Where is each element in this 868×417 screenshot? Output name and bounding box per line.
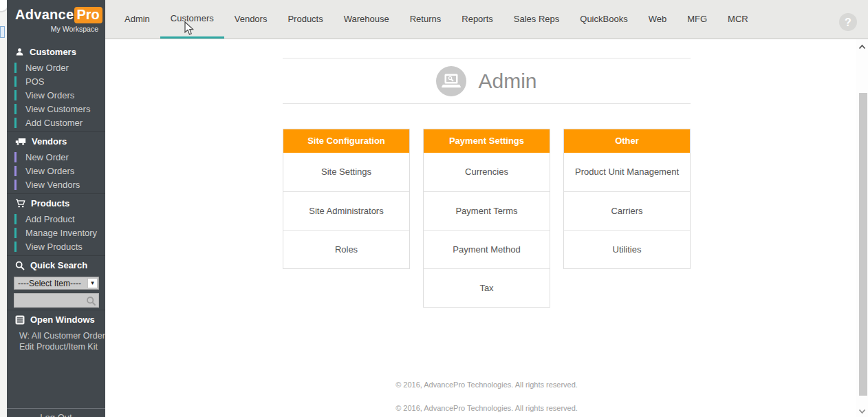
link-site-administrators[interactable]: Site Administrators bbox=[283, 191, 409, 230]
accent-bar bbox=[14, 118, 17, 128]
sidebar-item-manage-inventory[interactable]: Manage Inventory bbox=[7, 226, 105, 239]
scroll-up-icon[interactable] bbox=[858, 44, 866, 50]
logo-subtitle: My Workspace bbox=[15, 25, 98, 33]
scrollbar-thumb[interactable] bbox=[859, 93, 867, 396]
copyright-line: © 2016, AdvancePro Technologies. All rig… bbox=[283, 404, 691, 412]
card-payment-settings: Payment Settings Currencies Payment Term… bbox=[423, 129, 550, 308]
section-title: Open Windows bbox=[30, 314, 95, 325]
top-nav: Admin Customers Vendors Products Warehou… bbox=[105, 0, 868, 39]
tab-products[interactable]: Products bbox=[277, 0, 333, 39]
accent-bar bbox=[14, 90, 17, 100]
card-other: Other Product Unit Management Carriers U… bbox=[563, 129, 691, 269]
accent-bar bbox=[14, 76, 17, 87]
sidebar: Customers New Order POS View Orders View… bbox=[7, 39, 105, 417]
tab-quickbooks[interactable]: QuickBooks bbox=[569, 0, 638, 39]
link-carriers[interactable]: Carriers bbox=[564, 191, 690, 230]
tab-returns[interactable]: Returns bbox=[400, 0, 452, 39]
tab-vendors[interactable]: Vendors bbox=[224, 0, 278, 39]
sidebar-item-label: New Order bbox=[25, 152, 69, 162]
sidebar-item-label: View Products bbox=[25, 242, 83, 252]
sidebar-item-logout[interactable]: Log Out bbox=[7, 408, 105, 417]
sidebar-section-customers: Customers bbox=[7, 43, 105, 61]
link-currencies[interactable]: Currencies bbox=[424, 153, 550, 191]
link-utilities[interactable]: Utilities bbox=[564, 230, 690, 268]
search-icon bbox=[15, 261, 25, 270]
sidebar-item-vendor-view-orders[interactable]: View Orders bbox=[7, 164, 105, 178]
link-site-settings[interactable]: Site Settings bbox=[283, 153, 409, 191]
main-content: Admin Site Configuration Site Settings S… bbox=[105, 39, 868, 417]
accent-bar bbox=[14, 104, 17, 114]
app-logo[interactable]: Advance Pro My Workspace bbox=[7, 0, 105, 39]
sidebar-section-vendors: Vendors bbox=[7, 131, 105, 150]
link-roles[interactable]: Roles bbox=[283, 230, 409, 268]
user-icon bbox=[15, 47, 24, 56]
page-header: Admin bbox=[283, 58, 691, 104]
tab-reports[interactable]: Reports bbox=[451, 0, 503, 39]
accent-bar bbox=[14, 63, 17, 73]
sidebar-item-label: Add Product bbox=[25, 214, 75, 224]
link-payment-method[interactable]: Payment Method bbox=[424, 230, 550, 268]
accent-bar bbox=[14, 166, 17, 176]
logo-brand-text: Advance bbox=[15, 7, 74, 23]
section-title: Customers bbox=[30, 47, 76, 57]
quick-search-select[interactable]: ----Select Item---- ▾ bbox=[14, 277, 99, 290]
accent-bar bbox=[14, 152, 17, 162]
sidebar-item-label: POS bbox=[25, 76, 44, 87]
card-title: Payment Settings bbox=[424, 129, 550, 153]
section-title: Vendors bbox=[32, 136, 67, 147]
tab-web[interactable]: Web bbox=[638, 0, 677, 39]
sidebar-item-new-order[interactable]: New Order bbox=[7, 61, 105, 74]
search-icon[interactable] bbox=[86, 296, 96, 306]
tab-warehouse[interactable]: Warehouse bbox=[334, 0, 400, 39]
sidebar-item-label: View Customers bbox=[25, 104, 90, 114]
section-title: Quick Search bbox=[30, 260, 87, 270]
select-value: ----Select Item---- bbox=[14, 279, 87, 288]
scroll-down-icon[interactable] bbox=[858, 409, 866, 414]
top-header: Advance Pro My Workspace Admin Customers… bbox=[7, 0, 868, 39]
sidebar-item-add-customer[interactable]: Add Customer bbox=[7, 116, 105, 129]
accent-bar bbox=[14, 228, 17, 238]
chevron-down-icon: ▾ bbox=[87, 278, 98, 288]
tab-customers[interactable]: Customers bbox=[160, 0, 224, 39]
link-tax[interactable]: Tax bbox=[424, 268, 550, 307]
window-artifact-square bbox=[0, 26, 5, 38]
sidebar-item-add-product[interactable]: Add Product bbox=[7, 212, 105, 226]
open-window-item[interactable]: W: All Customer Orders bbox=[7, 331, 105, 342]
sidebar-item-pos[interactable]: POS bbox=[7, 74, 105, 88]
list-icon bbox=[15, 315, 25, 325]
sidebar-item-label: Add Customer bbox=[25, 118, 83, 128]
copyright-line: © 2016, AdvancePro Technologies. All rig… bbox=[283, 381, 691, 389]
help-icon[interactable]: ? bbox=[839, 13, 857, 31]
sidebar-item-view-customers[interactable]: View Customers bbox=[7, 102, 105, 116]
tab-admin[interactable]: Admin bbox=[114, 0, 160, 39]
card-site-configuration: Site Configuration Site Settings Site Ad… bbox=[283, 129, 410, 269]
logo-pro-badge: Pro bbox=[74, 7, 102, 23]
sidebar-item-view-orders[interactable]: View Orders bbox=[7, 88, 105, 102]
accent-bar bbox=[14, 242, 17, 252]
accent-bar bbox=[14, 214, 17, 224]
card-title: Site Configuration bbox=[283, 129, 409, 153]
admin-laptop-icon bbox=[436, 66, 466, 96]
sidebar-item-view-products[interactable]: View Products bbox=[7, 239, 105, 253]
sidebar-item-label: Manage Inventory bbox=[25, 228, 97, 238]
quick-search-field bbox=[14, 293, 99, 308]
sidebar-item-label: View Orders bbox=[25, 90, 74, 100]
sidebar-item-label: View Vendors bbox=[25, 180, 80, 190]
sidebar-section-quick-search: Quick Search bbox=[7, 255, 105, 274]
section-title: Products bbox=[31, 198, 69, 208]
open-window-item[interactable]: Edit Product/Item Kit bbox=[7, 342, 105, 353]
link-product-unit-management[interactable]: Product Unit Management bbox=[564, 153, 690, 191]
tab-mfg[interactable]: MFG bbox=[677, 0, 717, 39]
sidebar-item-label: View Orders bbox=[25, 166, 74, 176]
sidebar-item-vendor-new-order[interactable]: New Order bbox=[7, 150, 105, 164]
sidebar-item-view-vendors[interactable]: View Vendors bbox=[7, 178, 105, 191]
tab-sales-reps[interactable]: Sales Reps bbox=[503, 0, 569, 39]
sidebar-item-label: New Order bbox=[25, 63, 69, 73]
vertical-scrollbar[interactable] bbox=[856, 39, 868, 417]
tab-mcr[interactable]: MCR bbox=[717, 0, 759, 39]
truck-icon bbox=[15, 137, 26, 146]
link-payment-terms[interactable]: Payment Terms bbox=[424, 191, 550, 230]
card-title: Other bbox=[564, 129, 690, 153]
page-title: Admin bbox=[478, 70, 536, 93]
sidebar-section-open-windows: Open Windows bbox=[7, 310, 105, 328]
